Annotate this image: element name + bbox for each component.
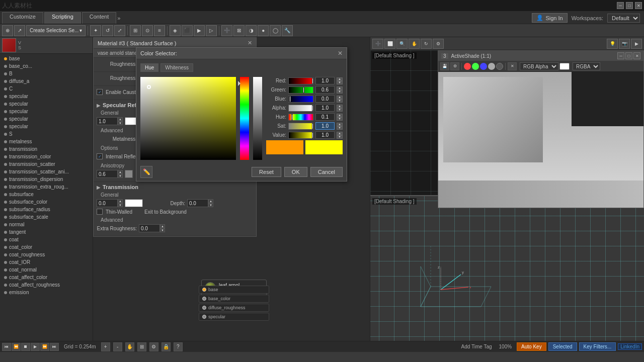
transmission-input[interactable] [97, 199, 118, 207]
create-selection-btn[interactable]: Create Selection Se... ▾ [26, 25, 86, 36]
as-settings-btn[interactable]: ⚙ [450, 62, 459, 70]
viewport-bottom[interactable]: [Default Shading ] y x z [370, 196, 644, 341]
snap-btn[interactable]: ⊙ [142, 25, 153, 36]
red-up-btn[interactable]: ▲ [337, 77, 343, 81]
blue-up-btn[interactable]: ▲ [337, 96, 343, 99]
green-down-btn[interactable]: ▼ [337, 90, 343, 94]
list-item[interactable]: transmission_scatter [0, 160, 93, 168]
goto-start-btn[interactable]: ⏮ [2, 343, 11, 351]
close-button[interactable]: ✕ [635, 2, 642, 9]
hue-slider-thumb[interactable] [291, 114, 293, 120]
render-setup-btn[interactable]: ⬛ [182, 25, 193, 36]
tr-up[interactable]: ▲ [118, 199, 123, 203]
list-item[interactable]: specular [0, 115, 93, 123]
ok-button[interactable]: OK [284, 167, 307, 177]
settings-btn[interactable]: ⚙ [149, 342, 158, 351]
quick-render-btn[interactable]: ▷ [206, 25, 217, 36]
sign-in-button[interactable]: 👤 Sign In [532, 13, 567, 23]
node-connection-diffrough[interactable]: diffuse_roughness [199, 304, 269, 312]
sat-slider-track[interactable] [288, 123, 313, 130]
modify-btn[interactable]: ⊠ [233, 25, 245, 36]
cancel-button[interactable]: Cancel [310, 167, 343, 177]
alpha-slider-thumb[interactable] [312, 105, 313, 111]
sat-up-btn[interactable]: ▲ [337, 123, 343, 126]
viewport-top[interactable]: 3 ActiveShade (1:1) ─ □ ✕ 💾 ⚙ [370, 50, 644, 196]
as-blue-channel-btn[interactable] [480, 63, 487, 70]
green-value-input[interactable] [315, 86, 335, 94]
list-item[interactable]: coat_normal [0, 266, 93, 274]
transmission-swatch[interactable] [125, 199, 143, 207]
list-item[interactable]: subsurface_scale [0, 213, 93, 221]
add-btn[interactable]: ➕ [221, 25, 232, 36]
er-down[interactable]: ▼ [160, 228, 165, 232]
as-green-channel-btn[interactable] [472, 63, 479, 70]
depth-spinbox[interactable]: ▲ ▼ [187, 199, 213, 207]
workspaces-dropdown[interactable]: Default [607, 14, 640, 23]
as-reset-btn[interactable] [496, 63, 503, 70]
hue-value-input[interactable] [315, 113, 335, 121]
alpha-down-btn[interactable]: ▼ [337, 108, 343, 112]
color-tab-whiteness[interactable]: Whiteness [160, 63, 193, 72]
alpha-slider-track[interactable] [288, 105, 313, 112]
list-item[interactable]: coat_roughness [0, 251, 93, 258]
transmission-toggle-icon[interactable]: ▶ [97, 185, 101, 190]
list-item[interactable]: normal [0, 221, 93, 228]
color-selector-header[interactable]: Color Selector: ✕ [136, 48, 347, 59]
eyedropper-button[interactable]: ✏️ [140, 166, 152, 178]
sat-value-input[interactable] [315, 122, 335, 130]
viewport-orbit-btn[interactable]: ↻ [421, 39, 432, 49]
transform-btn[interactable]: ⊕ [2, 25, 13, 36]
dep-down[interactable]: ▼ [208, 203, 213, 207]
color-tab-hue[interactable]: Hue [140, 63, 158, 72]
window-controls[interactable]: ─ □ ✕ [617, 2, 642, 9]
as-minimize-btn[interactable]: ─ [617, 52, 624, 59]
list-item[interactable]: specular [0, 93, 93, 100]
red-value-input[interactable] [315, 77, 335, 84]
camera-btn[interactable]: 📷 [619, 39, 630, 49]
light-btn[interactable]: 💡 [607, 39, 618, 49]
red-slider-track[interactable] [288, 77, 313, 84]
list-item[interactable]: transmission_dispersion [0, 175, 93, 183]
list-item[interactable]: coat_affect_color [0, 274, 93, 281]
auto-key-button[interactable]: Auto Key [517, 342, 546, 351]
key-filters-button[interactable]: Key Filters... [579, 342, 616, 351]
select-btn[interactable]: ↗ [14, 25, 25, 36]
tr-down[interactable]: ▼ [118, 203, 123, 207]
list-item[interactable]: subsurface_radius [0, 206, 93, 213]
hue-bar-container[interactable] [240, 77, 249, 160]
tab-scripting[interactable]: Scripting [44, 12, 81, 24]
node-connection-basecolor[interactable]: base_color [199, 295, 269, 303]
list-item[interactable]: coat [0, 236, 93, 243]
val-slider-thumb[interactable] [312, 132, 313, 138]
lock-btn[interactable]: 🔒 [162, 342, 171, 351]
val-down-btn[interactable]: ▼ [337, 135, 343, 139]
list-item[interactable]: specular [0, 100, 93, 108]
viewport-settings-btn[interactable]: ⚙ [433, 39, 444, 49]
align-btn[interactable]: ≡ [154, 25, 165, 36]
color-selector-close-button[interactable]: ✕ [338, 50, 343, 57]
sv-up[interactable]: ▲ [118, 117, 123, 121]
as-alpha-channel-btn[interactable] [488, 63, 495, 70]
enable-caustics-checkbox[interactable]: ✓ [97, 89, 103, 95]
as-close-btn[interactable]: ✕ [633, 52, 640, 59]
node-graph[interactable]: Material #3 ( Standard Surface ) ✕ vase … [93, 37, 370, 341]
anisotropy-input[interactable] [97, 170, 118, 178]
transmission-section-header[interactable]: ▶ Transmission [97, 184, 253, 190]
color-gradient-picker[interactable] [140, 77, 236, 160]
an-down[interactable]: ▼ [118, 174, 123, 178]
material-panel-close-button[interactable]: ✕ [248, 40, 252, 46]
motion-btn[interactable]: ● [258, 25, 269, 36]
zoom-region-btn[interactable]: ⊞ [137, 342, 146, 351]
val-slider-track[interactable] [288, 132, 313, 139]
scale-btn[interactable]: ⤢ [114, 25, 125, 36]
list-item[interactable]: coat_color [0, 243, 93, 251]
list-item[interactable]: transmission_color [0, 153, 93, 160]
alpha-value-input[interactable] [315, 104, 335, 112]
list-item[interactable]: subsurface [0, 191, 93, 198]
hue-slider-track[interactable] [288, 114, 313, 121]
list-item[interactable]: transmission [0, 145, 93, 153]
list-item[interactable]: base_co... [0, 62, 93, 70]
anisotropy-spinbox[interactable]: ▲ ▼ [97, 170, 123, 178]
blue-slider-thumb[interactable] [289, 96, 291, 102]
list-item[interactable]: metalness [0, 138, 93, 145]
